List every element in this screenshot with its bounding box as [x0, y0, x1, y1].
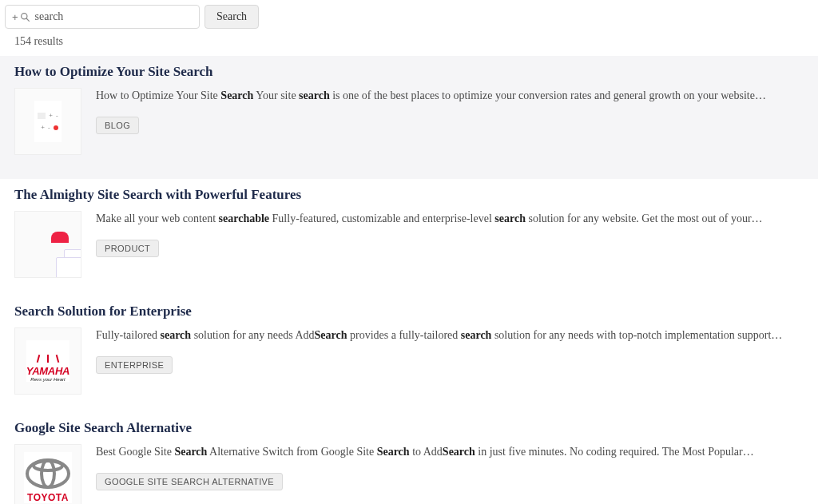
svg-point-3	[42, 460, 54, 487]
result-thumbnail: +- +-	[34, 101, 61, 142]
yamaha-tagline: Revs your Heart	[26, 377, 69, 382]
results-count: 154 results	[0, 32, 818, 56]
result-title[interactable]: How to Optimize Your Site Search	[14, 64, 804, 80]
search-input[interactable]	[35, 10, 193, 23]
search-input-wrapper[interactable]: +	[5, 5, 200, 29]
search-result[interactable]: How to Optimize Your Site Search +- +- H…	[0, 56, 818, 179]
svg-point-0	[21, 13, 26, 18]
search-result[interactable]: Google Site Search Alternative TOYOTA Be…	[0, 412, 818, 504]
search-result[interactable]: The Almighty Site Search with Powerful F…	[0, 179, 818, 296]
results-list: How to Optimize Your Site Search +- +- H…	[0, 56, 818, 504]
result-tag: BLOG	[96, 117, 139, 134]
toyota-logo-text: TOYOTA	[24, 492, 72, 503]
result-tag: PRODUCT	[96, 240, 159, 257]
search-bar: + Search	[0, 0, 818, 32]
svg-line-1	[26, 18, 29, 21]
result-snippet: Make all your web content searchable Ful…	[96, 211, 804, 227]
result-tag: ENTERPRISE	[96, 356, 173, 374]
result-title[interactable]: Search Solution for Enterprise	[14, 304, 804, 319]
result-thumbnail: YAMAHA Revs your Heart	[26, 340, 69, 382]
svg-point-4	[34, 461, 62, 470]
search-result[interactable]: Search Solution for Enterprise YAMAHA Re…	[0, 296, 818, 412]
yamaha-logo-text: YAMAHA	[26, 365, 69, 377]
search-button[interactable]: Search	[204, 5, 259, 29]
result-tag: GOOGLE SITE SEARCH ALTERNATIVE	[96, 473, 283, 490]
result-thumbnail: TOYOTA	[24, 452, 72, 503]
toyota-logo-icon	[24, 457, 72, 490]
result-title[interactable]: Google Site Search Alternative	[14, 420, 804, 436]
result-snippet: Fully-tailored search solution for any n…	[96, 327, 804, 343]
result-snippet: Best Google Site Search Alternative Swit…	[96, 444, 804, 460]
result-title[interactable]: The Almighty Site Search with Powerful F…	[14, 187, 804, 203]
search-icon	[20, 12, 30, 22]
result-snippet: How to Optimize Your Site Search Your si…	[96, 88, 804, 104]
plus-icon: +	[12, 11, 18, 23]
